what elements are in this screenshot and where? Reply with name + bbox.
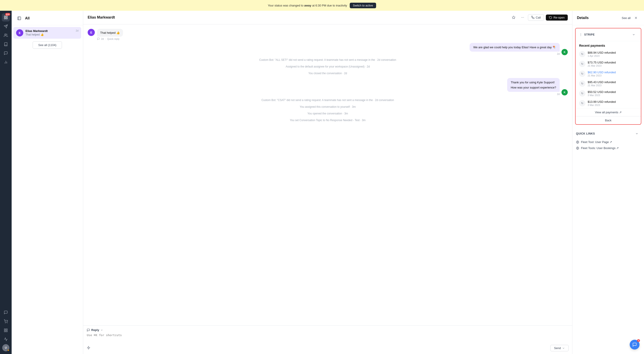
payment-date: 21 Mar 2023 bbox=[588, 74, 637, 77]
sidebar-icon-knowledge[interactable] bbox=[2, 40, 10, 48]
sidebar-icon-announce[interactable] bbox=[2, 335, 10, 343]
quick-links-section: QUICK LINKS Fleet Tool: User Page ↗ Flee… bbox=[575, 127, 641, 151]
customer-bubble: That helped 👍 2d · Quick reply bbox=[97, 29, 123, 40]
payment-icon: ↻ bbox=[579, 100, 586, 106]
quick-reply-label: Quick reply bbox=[107, 37, 120, 40]
sidebar-icon-shop[interactable] bbox=[2, 317, 10, 325]
drag-icon: ⋮ bbox=[579, 33, 582, 36]
payment-details: $50.52 USD refunded 3 Mar 2023 bbox=[588, 90, 637, 96]
sidebar-icon-contacts[interactable] bbox=[2, 31, 10, 39]
payment-amount-link[interactable]: $62.90 USD refunded bbox=[588, 71, 637, 74]
switch-to-active-button[interactable]: Switch to active bbox=[350, 3, 376, 8]
conversation-avatar: E bbox=[16, 29, 23, 36]
svg-point-10 bbox=[5, 323, 6, 323]
system-message: You assigned this conversation to yourse… bbox=[88, 105, 568, 109]
status-dot bbox=[8, 349, 9, 351]
system-message: You closed the conversation · 2d bbox=[88, 71, 568, 75]
details-title: Details bbox=[577, 16, 588, 20]
details-panel: Details See all ⋮ STRIPE Recent payments bbox=[572, 11, 644, 354]
svg-point-20 bbox=[522, 17, 523, 18]
quick-link-item[interactable]: Fleet Tools: User Bookings ↗ bbox=[575, 145, 641, 151]
user-avatar[interactable]: U bbox=[2, 344, 10, 351]
svg-rect-16 bbox=[18, 17, 21, 20]
back-button[interactable]: Back bbox=[576, 116, 641, 124]
svg-rect-3 bbox=[6, 18, 8, 19]
details-close-button[interactable] bbox=[632, 14, 640, 21]
chat-header: Elias Markwardt Call Re-open bbox=[83, 11, 572, 24]
status-banner: Your status was changed to away at 6:30 … bbox=[0, 0, 644, 11]
stripe-collapse-button[interactable] bbox=[630, 31, 637, 38]
agent-avatar: K bbox=[562, 49, 568, 55]
reply-label: Reply bbox=[91, 328, 99, 332]
conversation-item[interactable]: E Elias Markwardt That helped 👍 2d bbox=[14, 27, 81, 39]
conversations-list: E Elias Markwardt That helped 👍 2d See a… bbox=[12, 25, 83, 354]
sidebar-toggle-icon[interactable] bbox=[15, 14, 23, 22]
stripe-header-left: ⋮ STRIPE bbox=[579, 33, 595, 36]
view-all-payments-link[interactable]: View all payments ↗ bbox=[576, 108, 641, 116]
payment-amount: $73.75 USD refunded bbox=[588, 61, 637, 64]
chat-input[interactable] bbox=[87, 334, 569, 342]
notification-badge: 610 bbox=[5, 13, 10, 16]
payment-amount: $88.94 USD refunded bbox=[588, 51, 637, 54]
payment-date: 3 Mar 2023 bbox=[588, 94, 637, 96]
chat-support-button[interactable]: 4 bbox=[630, 340, 640, 350]
stripe-section: ⋮ STRIPE Recent payments ↻ $88.94 USD re… bbox=[575, 28, 641, 125]
details-see-all[interactable]: See all bbox=[622, 16, 630, 20]
svg-rect-13 bbox=[6, 329, 8, 330]
message-line: How was your support experience? bbox=[511, 86, 556, 89]
svg-rect-1 bbox=[6, 16, 8, 17]
sidebar-icon-inbox[interactable] bbox=[2, 22, 10, 30]
payment-amount: $50.52 USD refunded bbox=[588, 90, 637, 94]
conversations-header-title: All bbox=[25, 16, 30, 20]
svg-rect-0 bbox=[4, 16, 5, 17]
quick-link-label: Fleet Tool: User Page ↗ bbox=[581, 140, 612, 144]
payment-item: ↻ $50.52 USD refunded 3 Mar 2023 bbox=[576, 88, 641, 98]
reopen-button[interactable]: Re-open bbox=[546, 14, 568, 20]
quick-links-header: QUICK LINKS bbox=[575, 127, 641, 139]
conversation-preview: That helped 👍 bbox=[26, 33, 74, 36]
sidebar-icon-reports[interactable] bbox=[2, 58, 10, 66]
payment-details: $95.43 USD refunded 21 Mar 2023 bbox=[588, 80, 637, 87]
quick-link-item[interactable]: Fleet Tool: User Page ↗ bbox=[575, 139, 641, 145]
payment-date: 21 Mar 2023 bbox=[588, 64, 637, 67]
quick-links-collapse-button[interactable] bbox=[633, 130, 640, 137]
sidebar-icon-grid[interactable] bbox=[2, 326, 10, 334]
star-button[interactable] bbox=[510, 14, 517, 21]
reply-toggle[interactable]: Reply bbox=[87, 328, 569, 332]
call-button[interactable]: Call bbox=[528, 14, 544, 21]
payment-date: 3 Mar 2023 bbox=[588, 104, 637, 106]
svg-point-19 bbox=[521, 17, 522, 18]
stripe-title: STRIPE bbox=[584, 33, 595, 36]
system-message: Custom Bot: "ALL SET!" did not send a ra… bbox=[88, 58, 568, 62]
payment-item: ↻ $88.94 USD refunded 1 Apr 2023 bbox=[576, 49, 641, 59]
svg-marker-22 bbox=[87, 346, 90, 349]
chat-contact-name: Elias Markwardt bbox=[88, 15, 507, 19]
sidebar-icon-chat[interactable] bbox=[2, 49, 10, 57]
message-bubble: That helped 👍 bbox=[97, 29, 123, 37]
agent-message: We are glad we could help you today Elia… bbox=[470, 43, 568, 55]
payment-date: 1 Apr 2023 bbox=[588, 54, 637, 57]
details-header: Details See all bbox=[572, 11, 644, 25]
svg-rect-14 bbox=[4, 331, 5, 332]
payment-details: $73.75 USD refunded 21 Mar 2023 bbox=[588, 61, 637, 67]
message-bubble: We are glad we could help you today Elia… bbox=[470, 43, 560, 52]
message-meta: 2d · Quick reply bbox=[97, 37, 123, 40]
chat-messages: E That helped 👍 2d · Quick reply We are … bbox=[83, 24, 572, 325]
payment-details: $88.94 USD refunded 1 Apr 2023 bbox=[588, 51, 637, 57]
conversations-panel: All E Elias Markwardt That helped 👍 2d S… bbox=[12, 11, 83, 354]
sidebar-icon-messages[interactable] bbox=[2, 309, 10, 317]
payment-amount: $13.99 USD refunded bbox=[588, 100, 637, 103]
left-sidebar: 610 bbox=[0, 11, 12, 354]
svg-point-6 bbox=[5, 34, 6, 35]
sidebar-bottom: U bbox=[2, 309, 10, 351]
send-button[interactable]: Send bbox=[550, 345, 569, 351]
system-message: Assigned to the default assignee for you… bbox=[88, 65, 568, 69]
lightning-icon[interactable] bbox=[87, 346, 90, 350]
svg-point-11 bbox=[7, 323, 8, 323]
conversations-header: All bbox=[12, 11, 83, 25]
recent-payments-title: Recent payments bbox=[576, 41, 641, 49]
payment-icon: ↻ bbox=[579, 71, 586, 77]
see-all-button[interactable]: See all (1104) bbox=[33, 41, 62, 49]
sidebar-icon-logo[interactable]: 610 bbox=[2, 13, 10, 21]
more-options-button[interactable] bbox=[519, 14, 526, 21]
